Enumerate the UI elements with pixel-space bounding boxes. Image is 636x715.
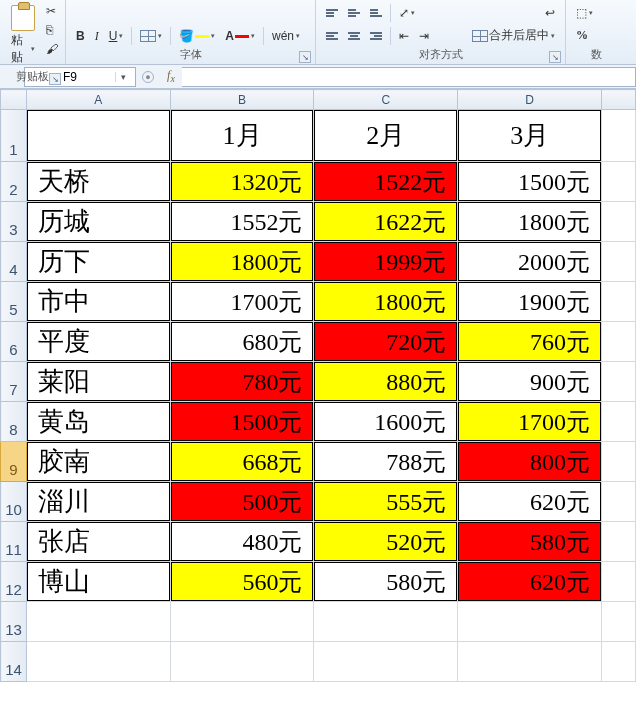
percent-button[interactable]: %	[572, 26, 592, 45]
cell[interactable]	[602, 202, 636, 242]
phonetic-button[interactable]: wén▾	[268, 27, 304, 45]
cell[interactable]: 2月	[314, 110, 458, 162]
cell[interactable]	[170, 602, 314, 642]
cell[interactable]: 1622元	[314, 202, 458, 242]
cell[interactable]: 1700元	[170, 282, 314, 322]
borders-button[interactable]: ▾	[136, 28, 166, 44]
cell[interactable]: 555元	[314, 482, 458, 522]
cell[interactable]	[26, 602, 170, 642]
cell[interactable]	[314, 602, 458, 642]
col-header[interactable]: A	[26, 90, 170, 110]
align-middle-button[interactable]	[344, 7, 364, 19]
cell[interactable]	[602, 442, 636, 482]
cell[interactable]: 780元	[170, 362, 314, 402]
formula-input[interactable]	[182, 67, 636, 87]
merge-center-button[interactable]: 合并后居中▾	[468, 25, 559, 46]
cell[interactable]: 720元	[314, 322, 458, 362]
col-header[interactable]: B	[170, 90, 314, 110]
cell[interactable]	[602, 162, 636, 202]
cell[interactable]: 880元	[314, 362, 458, 402]
cell[interactable]	[602, 602, 636, 642]
align-top-button[interactable]	[322, 7, 342, 19]
row-header[interactable]: 7	[1, 362, 27, 402]
cell[interactable]: 620元	[458, 482, 602, 522]
align-center-button[interactable]	[344, 30, 364, 42]
cell[interactable]	[602, 482, 636, 522]
cell[interactable]: 1800元	[314, 282, 458, 322]
cell[interactable]: 胶南	[26, 442, 170, 482]
cell[interactable]: 580元	[458, 522, 602, 562]
cell[interactable]: 1800元	[170, 242, 314, 282]
cell[interactable]: 1700元	[458, 402, 602, 442]
row-header[interactable]: 8	[1, 402, 27, 442]
cell[interactable]: 1522元	[314, 162, 458, 202]
row-header[interactable]: 1	[1, 110, 27, 162]
cell[interactable]: 680元	[170, 322, 314, 362]
cell[interactable]: 1月	[170, 110, 314, 162]
row-header[interactable]: 6	[1, 322, 27, 362]
cell[interactable]: 620元	[458, 562, 602, 602]
cell[interactable]	[602, 110, 636, 162]
cell[interactable]: 668元	[170, 442, 314, 482]
cancel-formula-button[interactable]: ●	[138, 69, 160, 84]
cell[interactable]	[26, 110, 170, 162]
cell[interactable]: 1800元	[458, 202, 602, 242]
grid[interactable]: A B C D 1 1月 2月 3月 2 天桥1320元1522元1500元3 …	[0, 89, 636, 682]
cut-button[interactable]: ✂	[42, 2, 62, 20]
col-header[interactable]: D	[458, 90, 602, 110]
decrease-indent-button[interactable]: ⇤	[395, 27, 413, 45]
cell[interactable]: 市中	[26, 282, 170, 322]
cell[interactable]: 天桥	[26, 162, 170, 202]
cell[interactable]: 2000元	[458, 242, 602, 282]
cell[interactable]	[602, 402, 636, 442]
row-header[interactable]: 9	[1, 442, 27, 482]
row-header[interactable]: 11	[1, 522, 27, 562]
cell[interactable]	[602, 522, 636, 562]
cell[interactable]: 900元	[458, 362, 602, 402]
cell[interactable]	[458, 602, 602, 642]
name-box-dropdown[interactable]: ▾	[115, 72, 131, 82]
select-all-corner[interactable]	[1, 90, 27, 110]
align-left-button[interactable]	[322, 30, 342, 42]
cell[interactable]: 张店	[26, 522, 170, 562]
underline-button[interactable]: U▾	[105, 27, 128, 45]
cell[interactable]: 莱阳	[26, 362, 170, 402]
cell[interactable]: 560元	[170, 562, 314, 602]
cell[interactable]: 760元	[458, 322, 602, 362]
cell[interactable]	[170, 642, 314, 682]
col-header[interactable]: C	[314, 90, 458, 110]
dialog-launcher-icon[interactable]: ↘	[49, 73, 61, 85]
cell[interactable]	[26, 642, 170, 682]
cell[interactable]	[458, 642, 602, 682]
cell[interactable]: 580元	[314, 562, 458, 602]
cell[interactable]: 788元	[314, 442, 458, 482]
cell[interactable]: 历城	[26, 202, 170, 242]
bold-button[interactable]: B	[72, 27, 89, 45]
cell[interactable]: 淄川	[26, 482, 170, 522]
cell[interactable]	[602, 282, 636, 322]
row-header[interactable]: 12	[1, 562, 27, 602]
cell[interactable]: 黄岛	[26, 402, 170, 442]
orientation-button[interactable]: ⤢▾	[395, 4, 419, 22]
paste-button[interactable]: 粘贴▾	[6, 2, 40, 69]
cell[interactable]	[602, 362, 636, 402]
row-header[interactable]: 5	[1, 282, 27, 322]
cell[interactable]: 历下	[26, 242, 170, 282]
font-color-button[interactable]: A▾	[221, 27, 259, 45]
dialog-launcher-icon[interactable]: ↘	[299, 51, 311, 63]
insert-function-button[interactable]: fx	[160, 68, 182, 84]
cell[interactable]: 520元	[314, 522, 458, 562]
cell[interactable]: 480元	[170, 522, 314, 562]
italic-button[interactable]: I	[91, 27, 103, 46]
fill-color-button[interactable]: 🪣▾	[175, 27, 219, 45]
align-bottom-button[interactable]	[366, 7, 386, 19]
col-header[interactable]	[602, 90, 636, 110]
cell[interactable]	[602, 322, 636, 362]
align-right-button[interactable]	[366, 30, 386, 42]
increase-indent-button[interactable]: ⇥	[415, 27, 433, 45]
format-painter-button[interactable]: 🖌	[42, 40, 62, 58]
row-header[interactable]: 4	[1, 242, 27, 282]
dialog-launcher-icon[interactable]: ↘	[549, 51, 561, 63]
row-header[interactable]: 2	[1, 162, 27, 202]
row-header[interactable]: 14	[1, 642, 27, 682]
